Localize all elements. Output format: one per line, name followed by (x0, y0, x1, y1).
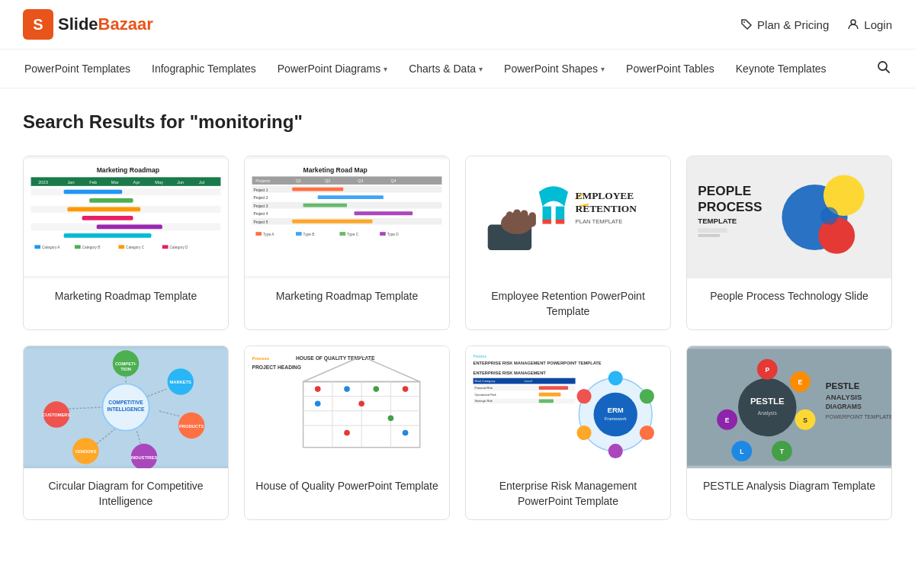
card-people-process[interactable]: PEOPLE PROCESS TEMPLATE Pe (686, 156, 892, 330)
nav-charts-data[interactable]: Charts & Data ▾ (400, 52, 492, 85)
card-image-people-process: PEOPLE PROCESS TEMPLATE (687, 156, 891, 278)
svg-text:Type B: Type B (303, 233, 315, 236)
svg-rect-33 (162, 245, 169, 249)
svg-text:Process: Process (474, 355, 487, 358)
svg-point-127 (315, 386, 321, 392)
svg-rect-22 (82, 216, 133, 220)
svg-rect-15 (31, 188, 221, 196)
nav-powerpoint-shapes[interactable]: PowerPoint Shapes ▾ (495, 52, 614, 85)
svg-text:PROJECT HEADING: PROJECT HEADING (252, 365, 301, 370)
svg-rect-75 (543, 220, 551, 224)
svg-point-161 (576, 389, 591, 403)
svg-point-159 (608, 444, 623, 458)
svg-text:Marketing Road Map: Marketing Road Map (303, 166, 368, 174)
svg-rect-86 (698, 228, 727, 233)
svg-text:ENTERPRISE RISK MANAGEMENT POW: ENTERPRISE RISK MANAGEMENT POWERPOINT TE… (474, 361, 602, 366)
svg-text:Type C: Type C (347, 233, 359, 236)
svg-rect-31 (118, 245, 124, 249)
svg-rect-74 (556, 207, 564, 221)
svg-text:L: L (740, 448, 743, 455)
svg-text:Level: Level (525, 380, 532, 384)
svg-text:Jul: Jul (199, 180, 204, 185)
svg-text:Project 5: Project 5 (253, 220, 268, 224)
svg-point-163 (738, 378, 797, 437)
svg-text:Jan: Jan (67, 180, 74, 185)
card-pestle[interactable]: PESTLE Analysis P E S T L E PEST (686, 345, 892, 520)
svg-text:Project 1: Project 1 (253, 188, 268, 192)
svg-text:CUSTOMERS: CUSTOMERS (43, 413, 71, 418)
svg-rect-73 (543, 207, 551, 221)
svg-text:TION: TION (120, 367, 131, 371)
card-circular-diagram[interactable]: COMPETITIVE INTELLIGENCE COMPETI- TION M… (23, 345, 229, 520)
svg-rect-60 (296, 232, 302, 236)
svg-rect-145 (539, 386, 568, 390)
svg-rect-148 (539, 393, 561, 397)
svg-text:Operational Risk: Operational Risk (474, 394, 496, 397)
svg-text:Q4: Q4 (390, 178, 396, 183)
svg-rect-20 (67, 207, 140, 212)
tag-icon (740, 18, 753, 31)
chevron-down-icon: ▾ (384, 65, 387, 73)
svg-text:Feb: Feb (89, 180, 97, 185)
svg-rect-27 (34, 245, 40, 249)
svg-rect-76 (556, 220, 564, 224)
svg-text:ANALYSIS: ANALYSIS (826, 394, 862, 402)
svg-rect-54 (355, 211, 413, 215)
svg-rect-26 (64, 233, 152, 238)
svg-rect-45 (292, 188, 343, 191)
svg-text:PESTLE: PESTLE (826, 381, 860, 390)
svg-point-158 (640, 426, 654, 440)
login-button[interactable]: Login (847, 18, 892, 31)
svg-point-129 (373, 386, 379, 392)
svg-text:Type D: Type D (387, 233, 400, 236)
search-results-title: Search Results for "monitoring" (23, 111, 892, 133)
nav-powerpoint-diagrams[interactable]: PowerPoint Diagrams ▾ (268, 52, 396, 85)
svg-text:Apr: Apr (133, 180, 140, 185)
nav-powerpoint-templates[interactable]: PowerPoint Templates (15, 52, 140, 85)
svg-text:Q2: Q2 (325, 178, 330, 183)
svg-text:POWERPOINT TEMPLATE: POWERPOINT TEMPLATE (826, 415, 891, 421)
svg-point-90 (818, 217, 855, 254)
svg-text:PROCESS: PROCESS (698, 199, 762, 214)
card-employee-retention[interactable]: EMPLOYEE RETENTION PLAN TEMPLATE Employe… (465, 156, 671, 330)
card-marketing-roadmap-2[interactable]: Marketing Road Map Projects Q1 Q2 Q3 Q4 … (244, 156, 450, 330)
nav-search-icon[interactable] (868, 50, 900, 88)
svg-text:Financial Risk: Financial Risk (474, 387, 493, 390)
svg-text:MARKETS: MARKETS (170, 381, 192, 385)
svg-text:PEOPLE: PEOPLE (698, 183, 751, 198)
card-title-enterprise-risk: Enterprise Risk Management PowerPoint Te… (466, 468, 670, 519)
svg-text:2023: 2023 (38, 180, 48, 185)
svg-text:Category B: Category B (82, 246, 101, 249)
svg-text:P: P (765, 366, 769, 374)
card-title-circular-diagram: Circular Diagram for Competitive Intelli… (24, 468, 228, 519)
svg-text:Project 2: Project 2 (253, 196, 268, 200)
svg-point-131 (315, 401, 321, 407)
svg-text:Category C: Category C (126, 246, 145, 249)
card-marketing-roadmap-1[interactable]: Marketing Roadmap 2023 Jan Feb Mar Apr M… (23, 156, 229, 330)
svg-rect-6 (31, 177, 221, 185)
nav-powerpoint-tables[interactable]: PowerPoint Tables (617, 52, 724, 85)
svg-text:Process: Process (252, 356, 269, 361)
svg-rect-66 (466, 159, 670, 275)
logo[interactable]: S SlideBazaar (23, 9, 153, 40)
svg-rect-62 (339, 232, 345, 236)
svg-text:Jun: Jun (177, 180, 184, 185)
nav-infographic-templates[interactable]: Infographic Templates (143, 52, 265, 85)
svg-point-153 (594, 393, 637, 436)
svg-rect-64 (380, 232, 386, 236)
card-house-of-quality[interactable]: Process HOUSE OF QUALITY TEMPLATE PROJEC… (244, 345, 450, 520)
svg-point-156 (608, 371, 623, 385)
svg-rect-57 (292, 220, 372, 223)
svg-text:Type A: Type A (263, 233, 274, 236)
svg-text:Q1: Q1 (296, 178, 301, 183)
svg-text:Framework: Framework (605, 416, 627, 421)
plan-pricing-link[interactable]: Plan & Pricing (740, 18, 829, 31)
user-icon (847, 18, 859, 31)
card-title-people-process: People Process Technology Slide (687, 278, 891, 315)
svg-rect-70 (528, 212, 536, 227)
nav-keynote-templates[interactable]: Keynote Templates (727, 52, 836, 85)
svg-text:PRODUCTS: PRODUCTS (179, 424, 204, 429)
card-enterprise-risk[interactable]: Process ENTERPRISE RISK MANAGEMENT POWER… (465, 345, 671, 520)
svg-rect-71 (513, 209, 521, 225)
svg-rect-35 (245, 159, 449, 275)
